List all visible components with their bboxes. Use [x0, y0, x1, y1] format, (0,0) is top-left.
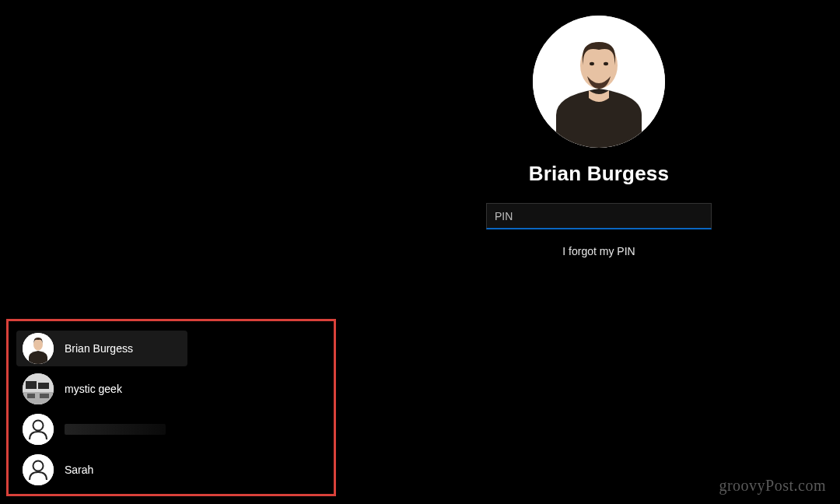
avatar-image — [533, 16, 665, 148]
avatar-image — [23, 373, 54, 404]
avatar — [23, 454, 54, 485]
user-label: mystic geek — [65, 383, 122, 395]
user-label: Sarah — [65, 464, 93, 476]
svg-point-2 — [590, 62, 594, 65]
avatar — [23, 414, 54, 445]
user-switcher-item-mystic-geek[interactable]: mystic geek — [16, 371, 187, 407]
forgot-pin-link[interactable]: I forgot my PIN — [562, 245, 635, 257]
svg-rect-11 — [40, 394, 49, 398]
pin-input[interactable] — [486, 203, 712, 229]
user-switcher-panel: Brian Burgess mystic geek — [6, 319, 336, 496]
pin-row — [486, 203, 712, 229]
avatar — [533, 16, 665, 148]
watermark: groovyPost.com — [719, 477, 826, 495]
svg-point-5 — [33, 339, 43, 351]
login-panel: Brian Burgess I forgot my PIN — [404, 16, 793, 257]
svg-rect-8 — [38, 383, 49, 389]
user-label-redacted — [65, 424, 166, 435]
display-name: Brian Burgess — [529, 162, 669, 186]
svg-rect-12 — [23, 414, 54, 445]
avatar — [23, 333, 54, 364]
svg-rect-7 — [26, 381, 37, 389]
avatar — [23, 373, 54, 404]
svg-point-3 — [604, 62, 608, 65]
svg-rect-14 — [23, 454, 54, 485]
user-switcher-item-sarah[interactable]: Sarah — [16, 452, 187, 488]
svg-rect-10 — [27, 394, 35, 398]
person-icon — [23, 414, 54, 445]
user-switcher-item-brian-burgess[interactable]: Brian Burgess — [16, 331, 187, 366]
person-icon — [23, 454, 54, 485]
user-switcher-item-redacted[interactable] — [16, 411, 187, 447]
avatar-image — [23, 333, 54, 364]
user-label: Brian Burgess — [65, 342, 133, 355]
